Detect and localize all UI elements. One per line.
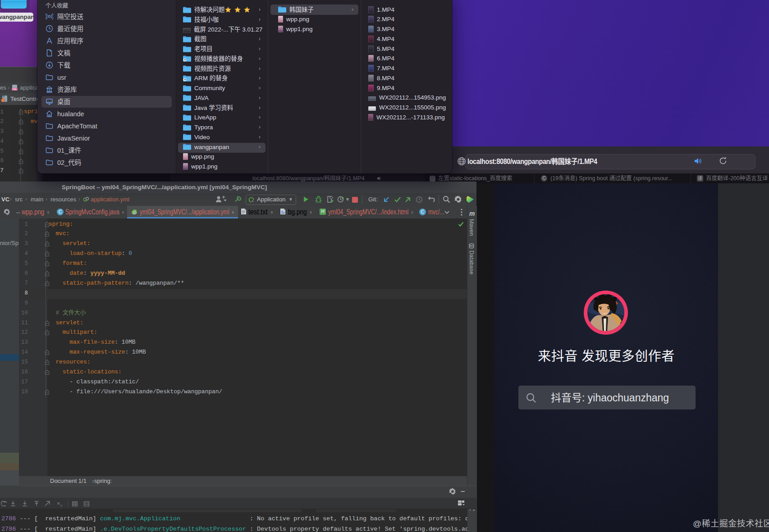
svg-text:YML: YML: [13, 88, 17, 91]
svg-text:C: C: [2, 99, 4, 102]
